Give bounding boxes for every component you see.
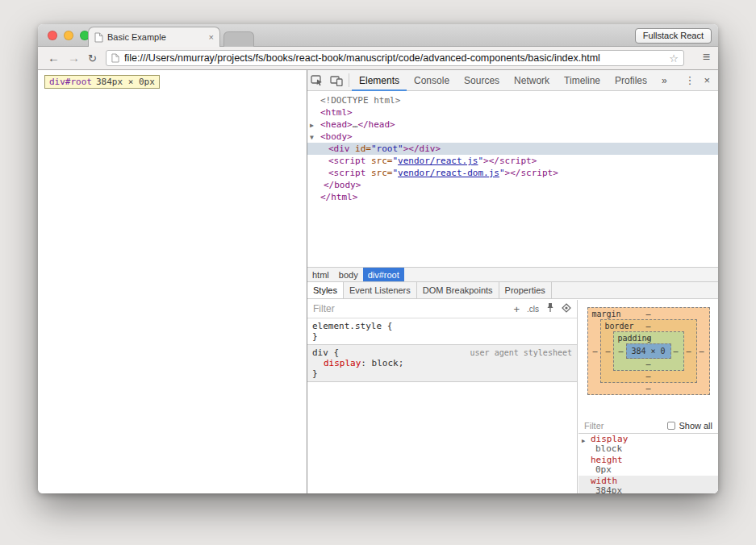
devtools-tab-more[interactable]: » <box>654 70 675 91</box>
rule-selector[interactable]: element.style { <box>312 321 392 331</box>
box-model-padding[interactable]: padding – – 384 × 0 – <box>613 331 684 371</box>
border-left-value[interactable]: – <box>604 347 613 356</box>
margin-right-value[interactable]: – <box>697 347 707 356</box>
margin-left-value[interactable]: – <box>591 347 600 356</box>
fullstack-react-badge: Fullstack React <box>635 28 712 44</box>
breadcrumb-body[interactable]: body <box>334 268 363 281</box>
padding-right-value[interactable]: – <box>671 347 681 356</box>
box-model-margin[interactable]: margin – – border – <box>587 307 710 395</box>
devtools-tab-profiles[interactable]: Profiles <box>608 70 654 91</box>
dom-node[interactable]: </html> <box>307 191 718 203</box>
element-classes-icon[interactable]: .cls <box>527 305 539 314</box>
devtools-tab-network[interactable]: Network <box>507 70 557 91</box>
reload-button[interactable]: ↻ <box>88 52 97 66</box>
dom-node-selected[interactable]: <div id="root"></div> <box>307 143 718 155</box>
code-token-attr: id= <box>350 144 372 154</box>
border-top-value[interactable]: – <box>645 322 650 331</box>
box-model-content[interactable]: 384 × 0 <box>626 343 671 359</box>
tab-title: Basic Example <box>107 32 205 42</box>
border-right-value[interactable]: – <box>684 347 694 356</box>
show-all-checkbox[interactable] <box>667 422 675 430</box>
computed-filter-input[interactable]: Filter <box>584 421 667 431</box>
computed-property: ▶displayblock <box>578 434 718 455</box>
devtools-tab-elements[interactable]: Elements <box>352 70 407 91</box>
dom-node[interactable]: ▶<head>…</head> <box>307 119 718 131</box>
show-all-control[interactable]: Show all <box>667 421 712 431</box>
margin-top-value[interactable]: – <box>645 310 650 318</box>
dom-node[interactable]: </body> <box>307 179 718 191</box>
css-property-name[interactable]: display <box>324 358 361 368</box>
computed-property-value: 0px <box>578 465 718 475</box>
computed-filter-row: Filter Show all <box>578 418 718 434</box>
elements-sidebar: Filter + .cls <box>307 300 718 493</box>
expand-arrow-icon[interactable]: ▶ <box>582 436 585 446</box>
margin-bottom-value[interactable]: – <box>591 383 707 393</box>
element-state-pin-icon[interactable] <box>546 302 554 316</box>
bookmark-star-icon[interactable]: ☆ <box>669 52 679 64</box>
computed-property-name[interactable]: height <box>578 456 718 465</box>
code-token-tag: <div <box>328 144 350 154</box>
code-token-tag: </head> <box>357 119 395 130</box>
computed-property-value: block <box>578 444 718 454</box>
devtools-tab-bar: ElementsConsoleSourcesNetworkTimelinePro… <box>352 70 675 91</box>
sidebar-tab-properties[interactable]: Properties <box>499 282 552 298</box>
computed-property: height0px <box>578 455 718 476</box>
dom-node[interactable]: ▼<body> <box>307 131 718 143</box>
code-token-link[interactable]: vendor/react.js <box>398 156 478 166</box>
sidebar-tab-styles[interactable]: Styles <box>307 282 344 298</box>
code-token-link[interactable]: vendor/react-dom.js <box>398 168 499 178</box>
computed-property: width384px <box>578 476 718 493</box>
devtools-close-icon[interactable]: × <box>701 74 712 86</box>
minimize-window-button[interactable] <box>64 31 73 40</box>
padding-label: padding <box>618 333 652 343</box>
computed-property-name[interactable]: ▶display <box>578 435 718 444</box>
tooltip-selector: div#root <box>49 77 92 87</box>
new-style-rule-icon[interactable]: + <box>513 303 520 315</box>
sidebar-tab-dom-breakpoints[interactable]: DOM Breakpoints <box>417 282 499 298</box>
margin-label: margin <box>592 309 621 319</box>
rule-selector[interactable]: div { <box>312 347 339 358</box>
dom-node[interactable]: <!DOCTYPE html> <box>307 94 718 106</box>
address-bar[interactable]: file:///Users/nmurray/projects/fs/books/… <box>106 50 684 66</box>
background-tab[interactable] <box>223 31 254 47</box>
computed-style-toggle-icon[interactable] <box>562 302 571 316</box>
computed-property-name[interactable]: width <box>578 476 718 486</box>
device-toolbar-icon[interactable] <box>327 75 346 86</box>
breadcrumb-html[interactable]: html <box>307 268 334 281</box>
code-token-tag: <html> <box>320 107 353 118</box>
styles-filter-input[interactable]: Filter <box>313 303 513 314</box>
padding-left-value[interactable]: – <box>616 347 626 356</box>
sidebar-tab-bar: StylesEvent ListenersDOM BreakpointsProp… <box>307 281 718 299</box>
dom-node[interactable]: <script src="vendor/react.js"></script> <box>307 155 718 167</box>
computed-pane: margin – – border – <box>578 300 718 493</box>
rule-close-brace: } <box>312 368 572 379</box>
padding-bottom-value[interactable]: – <box>616 359 681 369</box>
devtools-tab-sources[interactable]: Sources <box>457 70 507 91</box>
close-window-button[interactable] <box>48 31 57 40</box>
tab-close-icon[interactable]: × <box>209 32 214 42</box>
devtools-menu-icon[interactable]: ⋮ <box>681 74 698 86</box>
inspect-element-icon[interactable] <box>307 75 327 86</box>
collapse-arrow-icon[interactable]: ▼ <box>310 131 314 144</box>
forward-button[interactable]: → <box>68 51 80 65</box>
box-model-border[interactable]: border – – padding <box>600 319 697 383</box>
browser-toolbar: ← → ↻ file:///Users/nmurray/projects/fs/… <box>38 47 718 70</box>
breadcrumb-div-root[interactable]: div#root <box>363 268 404 281</box>
border-bottom-value[interactable]: – <box>604 371 694 381</box>
devtools-tab-console[interactable]: Console <box>407 70 457 91</box>
rule-close-brace: } <box>312 331 572 342</box>
sidebar-tab-event-listeners[interactable]: Event Listeners <box>344 282 417 298</box>
dom-node[interactable]: <script src="vendor/react-dom.js"></scri… <box>307 167 718 179</box>
chrome-menu-icon[interactable]: ≡ <box>703 50 710 64</box>
browser-tab[interactable]: Basic Example × <box>88 27 220 47</box>
css-property-value[interactable]: : block; <box>361 358 403 368</box>
code-token-tag: <body> <box>320 131 353 142</box>
rule-origin: user agent stylesheet <box>470 347 572 358</box>
expand-arrow-icon[interactable]: ▶ <box>310 119 314 131</box>
devtools-tab-timeline[interactable]: Timeline <box>557 70 608 91</box>
dom-node[interactable]: <html> <box>307 106 718 119</box>
code-token-tag: ></script> <box>483 156 537 166</box>
toolbar-divider <box>349 73 349 87</box>
back-button[interactable]: ← <box>48 51 60 65</box>
url-text[interactable]: file:///Users/nmurray/projects/fs/books/… <box>124 52 664 64</box>
